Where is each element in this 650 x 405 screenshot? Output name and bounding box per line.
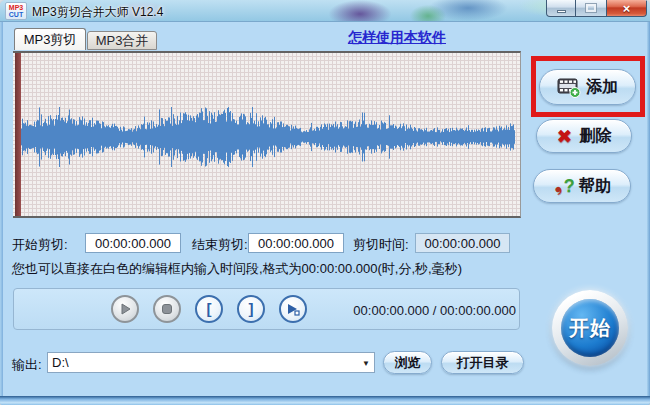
tab-mp3-merge[interactable]: MP3合并 bbox=[87, 31, 157, 50]
player-time-display: 00:00:00.000 / 00:00:00.000 bbox=[344, 289, 516, 331]
maximize-button[interactable] bbox=[576, 0, 606, 17]
help-button-label: 帮助 bbox=[579, 176, 611, 197]
start-cut-label: 开始剪切: bbox=[12, 236, 68, 254]
dropdown-arrow-icon: ▼ bbox=[362, 359, 370, 368]
delete-button[interactable]: ✖ 删除 bbox=[536, 119, 632, 153]
output-path-value: D:\ bbox=[52, 355, 69, 370]
start-button[interactable]: 开始 bbox=[552, 290, 628, 366]
close-button[interactable]: × bbox=[606, 0, 647, 17]
output-label: 输出: bbox=[12, 356, 42, 374]
output-path-select[interactable]: D:\ ▼ bbox=[47, 352, 375, 373]
player-panel: [ ] 00:00:00.000 / 00:00:00.000 bbox=[13, 288, 520, 330]
add-button[interactable]: 添加 bbox=[539, 69, 636, 105]
end-cut-input[interactable] bbox=[248, 233, 344, 253]
title-bar: MP3 CUT MP3剪切合并大师 V12.4 × bbox=[0, 0, 650, 22]
maximize-icon bbox=[586, 4, 596, 12]
browse-button[interactable]: 浏览 bbox=[383, 351, 432, 374]
hint-text: 您也可以直接在白色的编辑框内输入时间段,格式为00:00:00.000(时,分,… bbox=[12, 260, 462, 278]
window-frame-bottom bbox=[0, 396, 650, 405]
open-directory-button[interactable]: 打开目录 bbox=[441, 351, 524, 374]
tab-mp3-cut[interactable]: MP3剪切 bbox=[14, 28, 86, 50]
cut-duration-value: 00:00:00.000 bbox=[415, 233, 510, 253]
help-button[interactable]: ❟ ? 帮助 bbox=[533, 169, 631, 203]
add-film-icon bbox=[557, 77, 581, 98]
app-window: MP3 CUT MP3剪切合并大师 V12.4 × MP3剪切 MP3合并 怎样… bbox=[0, 0, 650, 405]
play-selection-icon bbox=[286, 303, 300, 316]
app-logo-mp3: MP3 bbox=[9, 4, 23, 11]
waveform-panel[interactable] bbox=[13, 51, 521, 218]
set-start-marker-button[interactable]: [ bbox=[195, 295, 223, 323]
end-cut-label: 结束剪切: bbox=[192, 236, 248, 254]
start-cut-input[interactable] bbox=[85, 233, 181, 253]
start-button-face: 开始 bbox=[561, 299, 619, 357]
open-bracket-icon: [ bbox=[207, 301, 212, 316]
play-button[interactable] bbox=[111, 295, 139, 323]
play-icon bbox=[119, 303, 131, 315]
minimize-icon bbox=[557, 10, 566, 13]
tab-mp3-cut-label: MP3剪切 bbox=[24, 31, 77, 49]
stop-button[interactable] bbox=[153, 295, 181, 323]
tab-mp3-merge-label: MP3合并 bbox=[96, 32, 149, 50]
window-frame-left bbox=[0, 22, 3, 405]
add-button-label: 添加 bbox=[586, 77, 618, 98]
waveform-svg bbox=[21, 53, 517, 216]
help-pencil-icon: ❟ bbox=[549, 176, 564, 197]
set-end-marker-button[interactable]: ] bbox=[237, 295, 265, 323]
stop-icon bbox=[161, 303, 173, 315]
delete-x-icon: ✖ bbox=[557, 127, 573, 146]
play-selection-button[interactable] bbox=[279, 295, 307, 323]
help-link[interactable]: 怎样使用本软件 bbox=[348, 29, 446, 47]
close-icon: × bbox=[623, 2, 631, 15]
cut-duration-label: 剪切时间: bbox=[353, 236, 409, 254]
app-logo-icon: MP3 CUT bbox=[5, 2, 27, 20]
app-logo-cut: CUT bbox=[9, 11, 23, 18]
minimize-button[interactable] bbox=[546, 0, 576, 17]
help-question-icon: ? bbox=[564, 176, 575, 197]
delete-button-label: 删除 bbox=[579, 126, 611, 147]
window-title: MP3剪切合并大师 V12.4 bbox=[32, 4, 163, 21]
start-button-label: 开始 bbox=[569, 315, 611, 342]
close-bracket-icon: ] bbox=[249, 301, 254, 316]
